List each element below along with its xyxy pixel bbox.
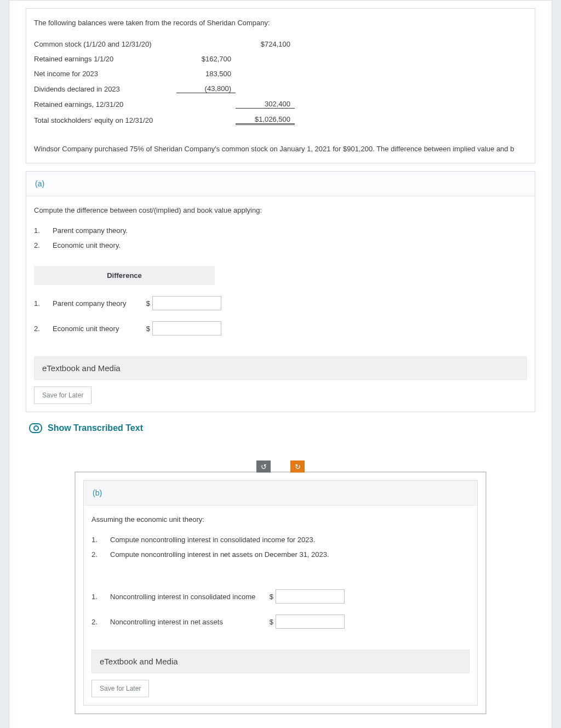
part-b-header: (b)	[84, 481, 477, 505]
show-transcribed-label: Show Transcribed Text	[48, 423, 143, 433]
eye-icon	[29, 423, 42, 433]
nci-netassets-input[interactable]	[276, 615, 345, 629]
etextbook-bar[interactable]: eTextbook and Media	[34, 356, 527, 380]
nci-income-input[interactable]	[276, 589, 345, 604]
row-value: $162,700	[176, 55, 236, 63]
row-label: Total stockholders' equity on 12/31/20	[34, 116, 176, 124]
intro-text: The following balances were taken from t…	[34, 19, 527, 27]
answer-label: Parent company theory	[53, 299, 140, 308]
row-value: $724,100	[236, 40, 295, 48]
save-for-later-button[interactable]: Save for Later	[34, 386, 91, 404]
etextbook-bar[interactable]: eTextbook and Media	[91, 650, 470, 673]
part-a-prompt: Compute the difference between cost/(imp…	[34, 206, 527, 214]
answer-row: 2. Noncontrolling interest in net assets…	[91, 609, 470, 634]
dollar-sign: $	[140, 325, 152, 333]
row-value: $1,026,500	[236, 115, 295, 125]
problem-intro: The following balances were taken from t…	[26, 9, 535, 163]
answer-label: Noncontrolling interest in consolidated …	[110, 593, 264, 601]
row-label: Common stock (1/1/20 and 12/31/20)	[34, 40, 176, 48]
dollar-sign: $	[264, 593, 276, 601]
part-a-panel: (a) Compute the difference between cost/…	[26, 171, 535, 412]
list-item: Compute noncontrolling interest in conso…	[110, 536, 315, 544]
part-b-panel: (b) Assuming the economic unit theory: 1…	[75, 471, 486, 714]
answer-label: Economic unit theory	[53, 325, 140, 333]
show-transcribed-link[interactable]: Show Transcribed Text	[29, 423, 535, 433]
row-label: Net income for 2023	[34, 70, 176, 78]
row-label: Retained earnings 1/1/20	[34, 55, 176, 63]
problem-continuation: Windsor Company purchased 75% of Sherida…	[34, 145, 527, 153]
answer-row: 1. Noncontrolling interest in consolidat…	[91, 584, 470, 609]
undo-chip[interactable]: ↺	[256, 460, 271, 473]
page-container: The following balances were taken from t…	[9, 0, 552, 728]
row-value: 302,400	[236, 100, 295, 109]
row-label: Retained earnings, 12/31/20	[34, 100, 176, 109]
redo-chip[interactable]: ↻	[290, 460, 305, 473]
financial-table: Common stock (1/1/20 and 12/31/20) $724,…	[34, 37, 527, 128]
list-item: Parent company theory.	[53, 226, 128, 235]
dollar-sign: $	[264, 618, 276, 626]
part-a-header: (a)	[26, 172, 535, 196]
difference-header: Difference	[34, 266, 215, 285]
list-item: Economic unit theory.	[53, 241, 121, 249]
answer-row: 1. Parent company theory $	[34, 291, 527, 316]
dollar-sign: $	[140, 299, 152, 308]
list-item: Compute noncontrolling interest in net a…	[110, 550, 329, 559]
row-value: 183,500	[176, 70, 236, 78]
economic-theory-input[interactable]	[152, 321, 221, 335]
row-value: (43,800)	[176, 84, 236, 93]
nav-chips: ↺ ↻	[26, 460, 535, 473]
parent-theory-input[interactable]	[152, 296, 221, 310]
part-b-prompt: Assuming the economic unit theory:	[91, 515, 470, 524]
row-label: Dividends declared in 2023	[34, 85, 176, 93]
answer-row: 2. Economic unit theory $	[34, 316, 527, 341]
problem-data-panel: The following balances were taken from t…	[26, 8, 535, 163]
answer-label: Noncontrolling interest in net assets	[110, 618, 264, 626]
save-for-later-button[interactable]: Save for Later	[91, 680, 149, 697]
